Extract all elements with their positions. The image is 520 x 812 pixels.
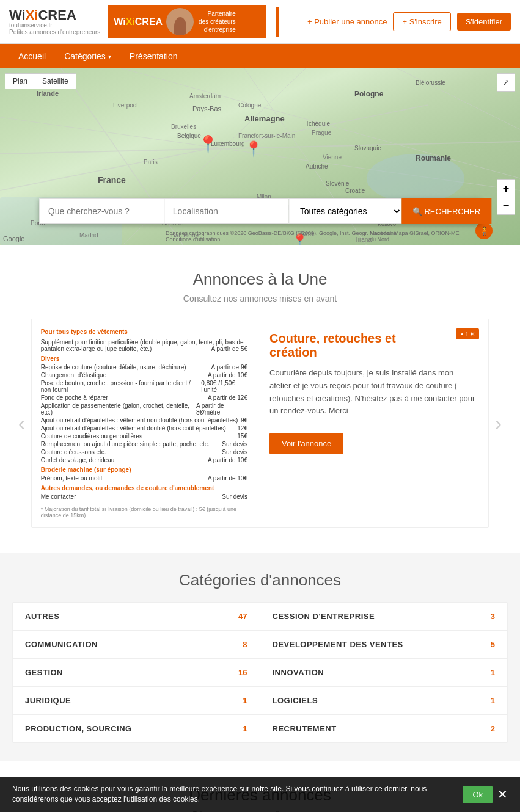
map-label-francfort: Francfort-sur-le-Main: [238, 132, 295, 139]
logo-tagline: Petites annonces d'entrepreneurs: [9, 29, 100, 35]
category-item-cession[interactable]: CESSION D'ENTREPRISE 3: [260, 603, 508, 631]
header-actions: + Publier une annonce + S'inscrire S'ide…: [307, 12, 511, 31]
featured-subtitle: Consultez nos annonces mises en avant: [12, 294, 508, 303]
cookie-ok-button[interactable]: Ok: [463, 786, 493, 803]
publish-link[interactable]: + Publier une annonce: [307, 17, 387, 26]
register-button[interactable]: + S'inscrire: [393, 12, 450, 31]
category-item-logiciels[interactable]: LOGICIELS 1: [260, 687, 508, 715]
map-label-prague: Prague: [312, 129, 331, 136]
carousel-next-button[interactable]: ›: [489, 412, 508, 435]
cat-name: INNOVATION: [273, 668, 324, 677]
map-label-paris: Paris: [144, 159, 158, 165]
cat-name: RECRUTEMENT: [273, 724, 337, 733]
category-item-autres[interactable]: AUTRES 47: [13, 603, 260, 631]
map-label-liverpool: Liverpool: [113, 102, 138, 109]
nav-item-presentation[interactable]: Présentation: [120, 44, 187, 68]
map-fullscreen-button[interactable]: ⤢: [497, 73, 515, 92]
cat-count: 3: [491, 612, 495, 621]
map-view-toggle: Plan Satellite: [5, 73, 76, 89]
map-label-slovenie: Slovénie: [326, 180, 349, 187]
map-satellite-button[interactable]: Satellite: [35, 74, 76, 89]
search-input[interactable]: [39, 198, 164, 224]
search-bar: Toutes catégories 🔍 RECHERCHER: [39, 198, 481, 224]
map-label-allemagne: Allemagne: [244, 114, 285, 123]
search-button[interactable]: 🔍 RECHERCHER: [401, 198, 491, 224]
cat-count: 47: [238, 612, 247, 621]
map-label-autriche: Autriche: [306, 163, 328, 170]
carousel-container: ‹ Pour tous types de vêtements Supplémen…: [12, 319, 508, 528]
category-item-production[interactable]: PRODUCTION, SOURCING 1: [13, 715, 260, 742]
cat-name: JURIDIQUE: [25, 696, 71, 705]
map-label-pologne: Pologne: [354, 90, 383, 98]
navbar: Accueil Catégories ▾ Présentation: [0, 44, 520, 68]
category-item-gestion[interactable]: GESTION 16: [13, 659, 260, 687]
map-zoom-controls: + −: [497, 179, 515, 215]
header: WiXiCREA toutuinservice.fr Petites annon…: [0, 0, 520, 44]
cat-count: 2: [491, 724, 495, 733]
logo-sub: toutuinservice.fr: [9, 22, 100, 29]
map-label-cologne: Cologne: [238, 102, 261, 109]
carousel-ad-title: Couture, retouches et création: [269, 332, 439, 360]
logo: WiXiCREA: [9, 9, 100, 22]
nav-item-accueil[interactable]: Accueil: [9, 44, 55, 68]
map-section: Irlande Liverpool Amsterdam Pays-Bas Col…: [0, 68, 520, 245]
carousel-badge: • 1 €: [456, 328, 479, 339]
logo-area: WiXiCREA toutuinservice.fr Petites annon…: [9, 9, 100, 35]
cat-count: 1: [243, 724, 247, 733]
carousel-item: Pour tous types de vêtements Supplément …: [31, 319, 489, 528]
banner-ad[interactable]: WiXiCREA Partenairedes créateursd'entrep…: [108, 5, 266, 38]
carousel-ad-description: Couturière depuis toujours, je suis inst…: [269, 367, 476, 418]
map-label-bielorussie: Biélorussie: [416, 79, 445, 86]
map-pin-2[interactable]: 📍: [244, 140, 263, 158]
map-pin-1[interactable]: 📍: [197, 134, 219, 154]
nav-item-categories[interactable]: Catégories ▾: [55, 44, 120, 68]
carousel-right-content: • 1 € Couture, retouches et création Cou…: [257, 319, 488, 527]
categories-section: Catégories d'annonces AUTRES 47 CESSION …: [0, 553, 520, 761]
map-zoom-out[interactable]: −: [497, 197, 515, 214]
map-label-roumanie: Roumanie: [416, 154, 451, 162]
cat-count: 1: [491, 668, 495, 677]
cat-name: GESTION: [25, 668, 63, 677]
category-select[interactable]: Toutes catégories: [288, 198, 401, 224]
cat-name: AUTRES: [25, 612, 59, 621]
category-item-innovation[interactable]: INNOVATION 1: [260, 659, 508, 687]
voir-annonce-button[interactable]: Voir l'annonce: [269, 433, 343, 454]
cat-count: 8: [243, 640, 247, 649]
cat-name: DEVELOPPEMENT DES VENTES: [273, 640, 403, 649]
map-label-croatia: Croatie: [345, 187, 365, 194]
map-label-tcheque: Tchéquie: [306, 120, 330, 127]
map-person-icon[interactable]: 🧍: [475, 222, 493, 239]
cat-count: 1: [243, 696, 247, 705]
map-label-amsterdam: Amsterdam: [189, 93, 221, 100]
cat-name: CESSION D'ENTREPRISE: [273, 612, 375, 621]
cat-name: LOGICIELS: [273, 696, 318, 705]
map-label-irlande: Irlande: [37, 90, 59, 97]
cat-name: PRODUCTION, SOURCING: [25, 724, 132, 733]
map-label-vienne: Vienne: [323, 154, 342, 161]
category-item-developpement[interactable]: DEVELOPPEMENT DES VENTES 5: [260, 631, 508, 659]
login-button[interactable]: S'identifier: [457, 13, 511, 31]
location-input[interactable]: [164, 198, 288, 224]
featured-section: Annonces à la Une Consultez nos annonces…: [0, 245, 520, 553]
map-plan-button[interactable]: Plan: [5, 74, 35, 89]
chevron-down-icon: ▾: [108, 53, 111, 60]
map-attribution: Données cartographiques ©2020 GeoBasis-D…: [166, 230, 471, 242]
cookie-close-button[interactable]: ✕: [497, 788, 508, 800]
map-label-pays-bas: Pays-Bas: [192, 105, 221, 112]
header-divider: [276, 7, 279, 37]
categories-title: Catégories d'annonces: [12, 571, 508, 590]
category-item-juridique[interactable]: JURIDIQUE 1: [13, 687, 260, 715]
cat-name: COMMUNICATION: [25, 640, 98, 649]
category-item-communication[interactable]: COMMUNICATION 8: [13, 631, 260, 659]
google-label: Google: [3, 235, 24, 242]
cookie-text: Nous utilisons des cookies pour vous gar…: [12, 784, 453, 805]
map-zoom-in[interactable]: +: [497, 180, 515, 197]
carousel-left-content: Pour tous types de vêtements Supplément …: [32, 319, 257, 527]
category-item-recrutement[interactable]: RECRUTEMENT 2: [260, 715, 508, 742]
map-label-france: France: [98, 175, 126, 185]
banner-tagline: Partenairedes créateursd'entreprise: [199, 10, 236, 34]
cookie-bar: Nous utilisons des cookies pour vous gar…: [0, 777, 520, 812]
cat-count: 5: [491, 640, 495, 649]
carousel-prev-button[interactable]: ‹: [12, 412, 31, 435]
cat-count: 16: [238, 668, 247, 677]
